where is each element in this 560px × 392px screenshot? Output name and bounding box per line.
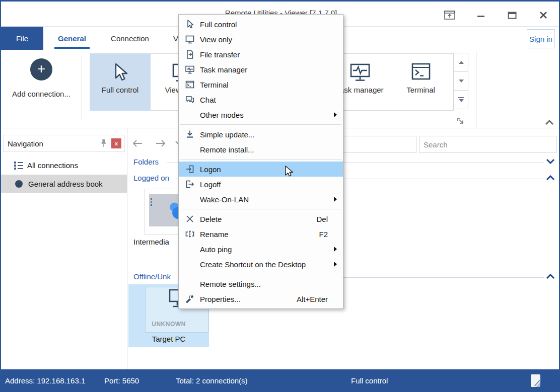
submenu-arrow-icon	[334, 197, 337, 202]
download-icon	[185, 129, 195, 139]
section-collapse-button[interactable]	[546, 273, 555, 282]
menu-item-delete[interactable]: Delete Del	[179, 211, 343, 226]
active-tab-indicator	[54, 47, 90, 49]
menu-item-full-control[interactable]: Full control	[179, 17, 343, 32]
menu-separator	[180, 124, 341, 125]
ribbon-display-options-button[interactable]	[442, 9, 457, 22]
no-icon	[185, 259, 195, 269]
forward-button[interactable]	[155, 137, 167, 149]
menu-item-logon[interactable]: Logon	[179, 162, 343, 177]
task-manager-icon	[185, 64, 195, 74]
chevron-up-icon	[546, 174, 555, 181]
close-panel-button[interactable]: x	[111, 138, 121, 148]
close-button[interactable]	[536, 9, 551, 22]
ribbon-separator	[82, 55, 82, 120]
menu-item-logoff[interactable]: Logoff	[179, 177, 343, 192]
sidebar-item-label: General address book	[28, 180, 103, 188]
no-icon	[185, 244, 195, 254]
navigation-panel-header: Navigation x	[3, 135, 125, 152]
delete-icon	[185, 214, 195, 224]
ribbon-terminal-button[interactable]: Terminal	[390, 53, 451, 111]
file-transfer-icon	[185, 49, 195, 59]
down-arrow-icon	[459, 99, 464, 102]
terminal-icon	[410, 62, 432, 83]
close-icon	[539, 11, 548, 20]
status-badge: UNKNOWN	[128, 321, 209, 328]
maximize-icon	[508, 11, 517, 19]
menu-item-chat[interactable]: Chat	[179, 92, 343, 107]
panel-divider	[127, 128, 127, 370]
menu-item-terminal[interactable]: Terminal	[179, 77, 343, 92]
list-icon	[14, 161, 24, 170]
section-folders-label: Folders	[133, 158, 162, 166]
chat-icon	[185, 95, 195, 105]
up-arrow-icon	[459, 61, 464, 64]
scroll-up-button[interactable]	[454, 53, 468, 72]
collapse-ribbon-button[interactable]	[545, 119, 554, 128]
menu-item-view-only[interactable]: View only	[179, 32, 343, 47]
maximize-button[interactable]	[505, 9, 520, 22]
chevron-up-icon	[546, 273, 555, 280]
line-icon	[458, 97, 464, 98]
sidebar-item-all-connections[interactable]: All connections	[1, 156, 127, 174]
context-menu: Full control View only File transfer Tas…	[178, 14, 343, 309]
menu-item-wake-on-lan[interactable]: Wake-On-LAN	[179, 192, 343, 207]
ribbon-options-icon	[444, 10, 455, 20]
back-button[interactable]	[131, 137, 144, 149]
menu-separator	[180, 274, 341, 274]
forward-arrow-icon	[155, 139, 166, 148]
status-bar: Address: 192.168.163.1 Port: 5650 Total:…	[1, 369, 559, 392]
no-icon	[185, 110, 195, 120]
ribbon-scroll-buttons	[454, 53, 468, 109]
search-input[interactable]	[419, 136, 557, 153]
desktop-icons-dots	[151, 198, 152, 200]
no-icon	[185, 194, 195, 204]
menu-item-task-manager[interactable]: Task manager	[179, 62, 343, 77]
menu-item-simple-update[interactable]: Simple update...	[179, 127, 343, 142]
menu-separator	[180, 159, 341, 160]
tab-file[interactable]: File	[1, 27, 43, 50]
menu-item-properties[interactable]: Properties... Alt+Enter	[179, 291, 343, 306]
cursor-icon	[185, 19, 195, 29]
add-connection-button[interactable]: + Add connection...	[6, 54, 77, 117]
navigation-title: Navigation	[8, 139, 99, 148]
menu-item-rename[interactable]: Rename F2	[179, 226, 343, 242]
menu-item-create-shortcut[interactable]: Create Shortcut on the Desktop	[179, 257, 343, 272]
no-icon	[185, 279, 195, 289]
app-window: Remote Utilities - Viewer [7.1.7.0] File…	[0, 0, 560, 392]
ribbon-button-label: Full control	[102, 86, 138, 94]
cursor-icon	[113, 62, 128, 83]
sidebar-item-label: All connections	[27, 161, 78, 170]
tab-connection[interactable]: Connection	[105, 27, 155, 50]
submenu-arrow-icon	[334, 262, 337, 267]
connection-label: Target PC	[128, 335, 209, 343]
notes-icon[interactable]	[529, 373, 543, 388]
ribbon-full-control-button[interactable]: Full control	[90, 53, 151, 111]
dialog-launcher-icon	[457, 117, 465, 125]
menu-separator	[180, 209, 341, 209]
scroll-bottom-button[interactable]	[454, 90, 468, 109]
section-collapse-button[interactable]	[546, 158, 555, 167]
wrench-icon	[185, 294, 195, 304]
section-offline-label: Offline/Unk	[133, 272, 174, 281]
menu-item-remote-install[interactable]: Remote install...	[179, 142, 343, 157]
section-logged-on-label: Logged on	[133, 174, 172, 182]
menu-item-other-modes[interactable]: Other modes	[179, 107, 343, 122]
ribbon-separator	[476, 51, 476, 127]
menu-item-remote-settings[interactable]: Remote settings...	[179, 276, 343, 291]
section-collapse-button[interactable]	[546, 174, 555, 183]
bullet-icon	[15, 180, 23, 188]
back-arrow-icon	[132, 139, 143, 148]
monitor-icon	[185, 34, 195, 44]
pin-icon[interactable]	[99, 138, 108, 148]
sidebar-item-general-address-book[interactable]: General address book	[1, 175, 127, 193]
menu-item-file-transfer[interactable]: File transfer	[179, 47, 343, 62]
no-icon	[185, 144, 195, 154]
menu-item-auto-ping[interactable]: Auto ping	[179, 242, 343, 257]
sign-in-button[interactable]: Sign in	[527, 29, 555, 48]
dialog-launcher-button[interactable]	[457, 117, 465, 127]
status-mode: Full control	[351, 369, 388, 392]
minimize-button[interactable]	[473, 9, 488, 22]
scroll-down-button[interactable]	[454, 71, 468, 91]
ribbon-button-label: Terminal	[406, 86, 435, 94]
